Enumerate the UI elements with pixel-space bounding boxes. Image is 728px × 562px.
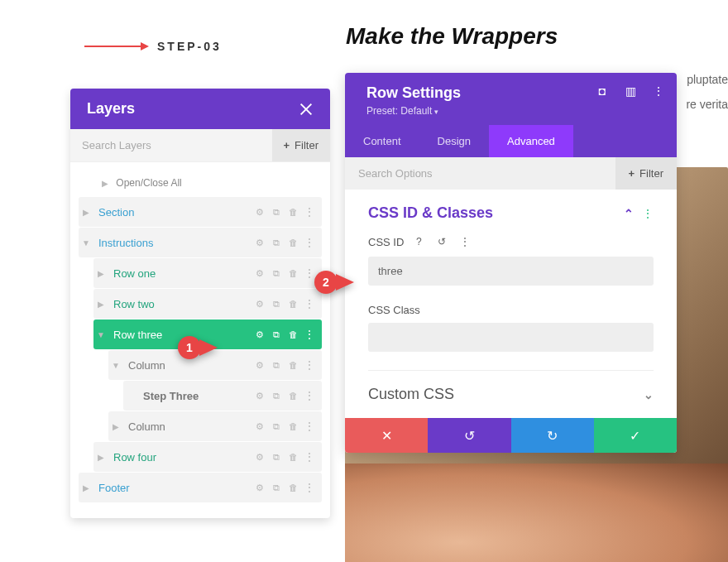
duplicate-icon[interactable] <box>271 206 282 218</box>
panel-body: CSS ID & Classes CSS ID CSS Class Custom… <box>345 190 677 418</box>
trash-icon[interactable] <box>287 482 299 493</box>
gear-icon[interactable] <box>254 237 266 248</box>
duplicate-icon[interactable] <box>271 237 282 248</box>
gear-icon[interactable] <box>254 329 266 340</box>
more-icon[interactable] <box>304 420 315 432</box>
open-close-all[interactable]: ▶ Open/Close All <box>79 169 322 197</box>
more-icon[interactable] <box>304 359 315 371</box>
row-settings-panel: Row Settings Preset: Default Content Des… <box>345 73 677 453</box>
duplicate-icon[interactable] <box>271 267 282 279</box>
more-icon[interactable] <box>304 329 315 340</box>
undo-button[interactable]: ↺ <box>428 418 510 453</box>
callout-2: 2 <box>314 271 354 294</box>
trash-icon[interactable] <box>287 359 299 371</box>
gear-icon[interactable] <box>254 267 266 279</box>
layer-row-row-two[interactable]: Row two <box>93 289 322 319</box>
row-icons <box>254 206 322 218</box>
panel-tabs: Content Design Advanced <box>345 125 677 157</box>
duplicate-icon[interactable] <box>271 420 282 432</box>
plus-icon: + <box>629 167 635 180</box>
chevron-down-icon[interactable] <box>644 388 654 401</box>
filter-label: Filter <box>639 167 663 180</box>
more-icon[interactable] <box>304 237 315 248</box>
redo-button[interactable]: ↻ <box>511 418 594 453</box>
css-id-input[interactable] <box>368 257 654 286</box>
layer-label: Section <box>93 206 254 219</box>
save-button[interactable]: ✓ <box>594 418 677 453</box>
gear-icon[interactable] <box>254 206 266 218</box>
layers-search-input[interactable] <box>70 129 272 161</box>
chevron-up-icon[interactable] <box>624 207 634 220</box>
css-id-label: CSS ID <box>368 236 404 248</box>
trash-icon[interactable] <box>287 420 299 432</box>
caret-right-icon[interactable] <box>93 453 108 462</box>
more-icon[interactable] <box>304 390 315 401</box>
tab-advanced[interactable]: Advanced <box>489 125 573 157</box>
gear-icon[interactable] <box>254 482 266 493</box>
layer-row-column[interactable]: Column <box>108 411 322 441</box>
trash-icon[interactable] <box>287 451 299 463</box>
trash-icon[interactable] <box>287 206 299 218</box>
caret-right-icon[interactable] <box>79 208 93 217</box>
caret-right-icon[interactable] <box>93 300 108 309</box>
duplicate-icon[interactable] <box>271 482 282 493</box>
caret-down-icon[interactable] <box>108 361 123 370</box>
layer-label: Row four <box>108 451 254 464</box>
layers-filter-button[interactable]: +Filter <box>272 129 330 161</box>
trash-icon[interactable] <box>287 390 299 401</box>
reset-icon[interactable] <box>433 233 450 250</box>
layer-row-row-four[interactable]: Row four <box>93 442 322 472</box>
responsive-icon[interactable] <box>624 84 637 98</box>
hover-icon[interactable] <box>596 84 609 98</box>
layer-row-row-one[interactable]: Row one <box>93 258 322 288</box>
panel-footer: ✕ ↺ ↻ ✓ <box>345 418 677 453</box>
more-icon[interactable] <box>457 233 473 250</box>
section-css-id-classes[interactable]: CSS ID & Classes <box>368 204 654 222</box>
gear-icon[interactable] <box>254 359 266 371</box>
caret-right-icon[interactable] <box>79 483 93 492</box>
preset-dropdown[interactable]: Preset: Default <box>366 105 662 125</box>
gear-icon[interactable] <box>254 390 266 401</box>
caret-right-icon[interactable] <box>93 269 108 278</box>
more-icon[interactable] <box>304 267 315 279</box>
layers-header: Layers <box>70 89 330 129</box>
css-class-input[interactable] <box>368 323 654 352</box>
trash-icon[interactable] <box>287 267 299 279</box>
gear-icon[interactable] <box>254 420 266 432</box>
open-close-label: Open/Close All <box>116 177 181 189</box>
layer-row-section[interactable]: Section <box>79 197 322 227</box>
trash-icon[interactable] <box>287 237 299 248</box>
gear-icon[interactable] <box>254 451 266 463</box>
layers-search-row: +Filter <box>70 129 330 162</box>
more-icon[interactable] <box>642 207 654 220</box>
duplicate-icon[interactable] <box>271 359 282 371</box>
more-icon[interactable] <box>304 482 315 493</box>
duplicate-icon[interactable] <box>271 329 282 340</box>
layer-row-footer[interactable]: Footer <box>79 473 322 502</box>
panel-header-icons <box>596 84 665 98</box>
trash-icon[interactable] <box>287 329 299 340</box>
panel-search-input[interactable] <box>345 157 615 190</box>
gear-icon[interactable] <box>254 298 266 310</box>
caret-right-icon[interactable] <box>108 422 123 431</box>
duplicate-icon[interactable] <box>271 451 282 463</box>
panel-filter-button[interactable]: +Filter <box>615 157 677 190</box>
cancel-button[interactable]: ✕ <box>345 418 428 453</box>
tab-design[interactable]: Design <box>419 125 489 157</box>
layer-row-instructions[interactable]: Instructions <box>79 228 322 257</box>
section-custom-css[interactable]: Custom CSS <box>368 370 654 403</box>
layer-row-step-three[interactable]: Step Three <box>123 381 322 411</box>
more-icon[interactable] <box>304 298 315 310</box>
help-icon[interactable] <box>410 233 427 250</box>
tab-content[interactable]: Content <box>345 125 419 157</box>
duplicate-icon[interactable] <box>271 390 282 401</box>
close-icon[interactable] <box>299 102 314 117</box>
trash-icon[interactable] <box>287 298 299 310</box>
caret-down-icon[interactable] <box>93 330 108 339</box>
duplicate-icon[interactable] <box>271 298 282 310</box>
more-icon[interactable] <box>304 451 315 463</box>
more-icon[interactable] <box>304 206 315 218</box>
caret-down-icon[interactable] <box>79 238 93 247</box>
callout-1: 1 <box>178 336 218 359</box>
more-icon[interactable] <box>652 84 665 98</box>
